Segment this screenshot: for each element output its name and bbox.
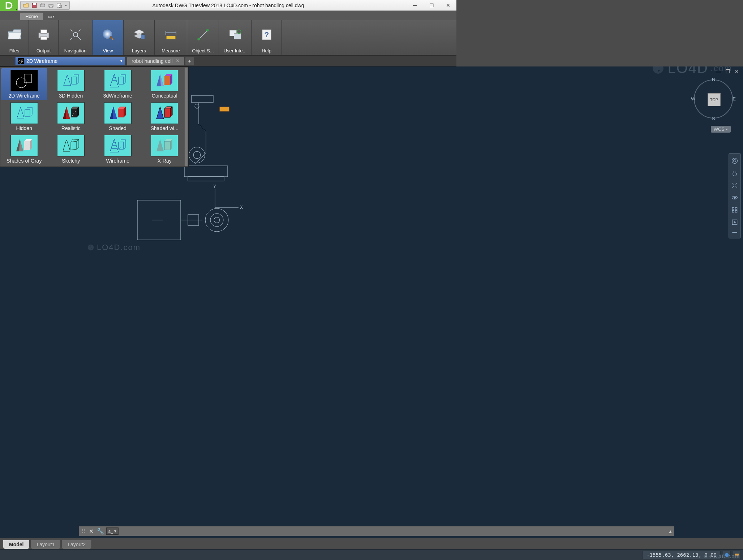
titlebar: ▾ Autodesk DWG TrueView 2018 LO4D.com - … bbox=[0, 0, 456, 11]
vs-item-realistic[interactable]: Realistic bbox=[48, 101, 94, 133]
svg-point-54 bbox=[210, 214, 223, 227]
measure-icon bbox=[163, 22, 179, 47]
ribbon-panel-files[interactable]: Files bbox=[0, 20, 29, 55]
vs-item-2d-wireframe[interactable]: 2D Wireframe bbox=[1, 68, 47, 100]
svg-rect-57 bbox=[220, 107, 229, 111]
qat-preview-icon[interactable] bbox=[55, 2, 63, 9]
close-button[interactable]: ✕ bbox=[440, 0, 456, 10]
ribbon-panel-user-interface[interactable]: User Inte... bbox=[219, 20, 252, 55]
ribbon-tab-home[interactable]: Home bbox=[20, 13, 43, 20]
visual-styles-icon bbox=[100, 22, 116, 47]
svg-point-62 bbox=[72, 115, 73, 116]
vs-item-conceptual[interactable]: Conceptual bbox=[142, 68, 188, 100]
svg-rect-39 bbox=[192, 95, 213, 103]
svg-point-41 bbox=[195, 104, 199, 108]
window-controls: ─ ☐ ✕ bbox=[407, 0, 456, 10]
visual-style-dropdown[interactable]: 2D Wireframe bbox=[15, 57, 125, 65]
svg-text:?: ? bbox=[264, 30, 269, 39]
new-tab-button[interactable]: + bbox=[185, 57, 194, 65]
svg-rect-19 bbox=[166, 36, 175, 39]
gallery-scrollbar[interactable] bbox=[184, 67, 188, 166]
ui-icon bbox=[228, 22, 243, 47]
svg-rect-24 bbox=[234, 33, 241, 39]
svg-rect-1 bbox=[33, 3, 36, 5]
quick-access-toolbar: ▾ bbox=[20, 1, 70, 10]
qat-open-icon[interactable] bbox=[22, 2, 30, 9]
svg-point-11 bbox=[73, 32, 77, 36]
ribbon-panel-measure[interactable]: Measure bbox=[155, 20, 187, 55]
svg-rect-44 bbox=[184, 166, 228, 177]
svg-point-43 bbox=[193, 151, 201, 159]
maximize-button[interactable]: ☐ bbox=[423, 0, 440, 10]
svg-text:X: X bbox=[240, 205, 243, 210]
folder-open-icon bbox=[7, 22, 22, 47]
vs-item-shaded-with-edges[interactable]: Shaded wi... bbox=[142, 101, 188, 133]
visual-style-row: 2D Wireframe robot handling cell ✕ + bbox=[0, 56, 456, 66]
svg-point-53 bbox=[205, 208, 228, 232]
qat-plot-icon[interactable] bbox=[47, 2, 55, 9]
svg-rect-3 bbox=[41, 3, 44, 5]
ribbon-panel-navigation[interactable]: Navigation bbox=[59, 20, 93, 55]
svg-rect-59 bbox=[24, 74, 31, 83]
vs-item-sketchy[interactable]: Sketchy bbox=[48, 133, 94, 165]
zoom-extents-icon bbox=[68, 22, 83, 47]
svg-rect-45 bbox=[188, 177, 224, 181]
svg-point-55 bbox=[214, 217, 220, 223]
printer-icon bbox=[36, 22, 51, 47]
visual-styles-gallery: 2D Wireframe 3D Hidden 3dWireframe Conce… bbox=[0, 66, 189, 167]
svg-rect-10 bbox=[40, 36, 47, 40]
document-tabs: robot handling cell ✕ + bbox=[127, 57, 194, 65]
svg-rect-5 bbox=[50, 6, 52, 8]
svg-rect-9 bbox=[40, 30, 47, 34]
minimize-button[interactable]: ─ bbox=[407, 0, 423, 10]
app-menu-button[interactable] bbox=[0, 0, 18, 11]
document-tab[interactable]: robot handling cell ✕ bbox=[127, 57, 184, 65]
vs-item-hidden[interactable]: Hidden bbox=[1, 101, 47, 133]
ribbon-panel-object-snap[interactable]: Object S... bbox=[187, 20, 219, 55]
visual-style-selected-label: 2D Wireframe bbox=[26, 58, 57, 64]
ribbon-panel-view[interactable]: View bbox=[93, 20, 124, 55]
ribbon-body: Files Output Navigation View Layers Meas… bbox=[0, 20, 456, 56]
svg-point-21 bbox=[197, 38, 200, 40]
svg-point-42 bbox=[189, 147, 205, 163]
vs-item-3d-wireframe[interactable]: 3dWireframe bbox=[95, 68, 141, 100]
ribbon-extra-dropdown[interactable]: ▭ ▾ bbox=[45, 13, 57, 20]
qat-customize-dropdown[interactable]: ▾ bbox=[64, 3, 68, 7]
svg-text:Y: Y bbox=[213, 184, 216, 189]
close-tab-icon[interactable]: ✕ bbox=[176, 58, 180, 64]
svg-point-60 bbox=[73, 113, 74, 113]
ribbon-panel-output[interactable]: Output bbox=[29, 20, 59, 55]
ribbon-panel-help[interactable]: ? Help bbox=[252, 20, 282, 55]
vs-item-3d-hidden[interactable]: 3D Hidden bbox=[48, 68, 94, 100]
qat-save-icon[interactable] bbox=[30, 2, 38, 9]
vs-item-xray[interactable]: X-Ray bbox=[142, 133, 188, 165]
vs-item-shaded[interactable]: Shaded bbox=[95, 101, 141, 133]
svg-line-20 bbox=[198, 30, 207, 39]
ribbon-panel-layers[interactable]: Layers bbox=[124, 20, 155, 55]
vs-item-wireframe[interactable]: Wireframe bbox=[95, 133, 141, 165]
qat-print-icon[interactable] bbox=[39, 2, 47, 9]
ribbon-tabstrip: Home ▭ ▾ bbox=[0, 11, 456, 20]
layers-icon bbox=[132, 22, 147, 47]
wireframe-2d-icon bbox=[18, 58, 24, 64]
svg-point-22 bbox=[206, 29, 209, 31]
svg-rect-15 bbox=[141, 35, 145, 39]
svg-point-61 bbox=[75, 111, 76, 112]
svg-line-12 bbox=[77, 36, 79, 38]
watermark-small: LO4D.com bbox=[87, 243, 141, 252]
osnap-icon bbox=[196, 22, 211, 47]
help-icon: ? bbox=[259, 22, 274, 47]
vs-item-shades-of-gray[interactable]: Shades of Gray bbox=[1, 133, 47, 165]
